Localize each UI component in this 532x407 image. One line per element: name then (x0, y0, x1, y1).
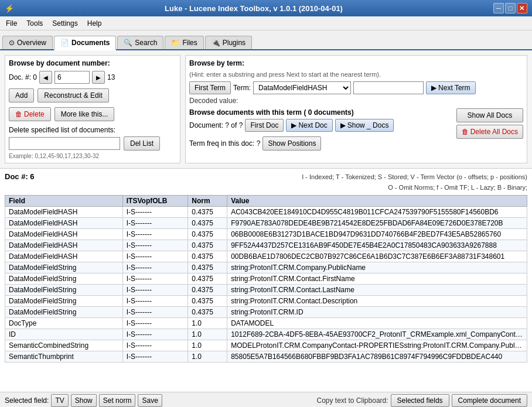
close-button[interactable]: ✕ (517, 3, 527, 13)
tab-files[interactable]: 📁 Files (165, 36, 203, 49)
table-row[interactable]: SemanticCombinedStringI-S-------1.0MODEL… (5, 340, 527, 351)
table-row[interactable]: DataModelFieldStringI-S-------0.4375stri… (5, 296, 527, 307)
term-freq-label: Term freq in this doc: ? (189, 139, 260, 148)
table-row[interactable]: DataModelFieldHASHI-S-------0.4375AC043C… (5, 207, 527, 218)
table-cell-2: 0.4375 (188, 262, 227, 273)
menu-bar: File Tools Settings Help (0, 16, 532, 30)
tab-search[interactable]: 🔍 Search (117, 36, 163, 49)
delete-list-input[interactable] (9, 137, 120, 150)
title-bar: ⚡ Luke - Lucene Index Toolbox, v 1.0.1 (… (0, 0, 532, 16)
doc-nav-row: Document: ? of ? First Doc ▶ Next Doc ▶ … (189, 119, 456, 132)
table-row[interactable]: DataModelFieldStringI-S-------0.4375stri… (5, 273, 527, 285)
table-cell-0: DataModelFieldHASH (5, 229, 123, 240)
plugins-icon: 🔌 (212, 39, 220, 47)
show-docs-button[interactable]: ▶ Show _ Docs (335, 119, 394, 132)
menu-file[interactable]: File (2, 18, 21, 29)
table-cell-3: DATAMODEL (227, 318, 527, 329)
maximize-button[interactable]: □ (505, 3, 516, 13)
doc-number-input[interactable] (54, 71, 90, 84)
table-cell-0: DataModelFieldHASH (5, 207, 123, 218)
show-delete-btns: Show All Docs 🗑 Delete All Docs (456, 108, 523, 139)
selected-fields-button[interactable]: Selected fields (391, 394, 449, 407)
table-row[interactable]: DataModelFieldHASHI-S-------0.4375F9790A… (5, 218, 527, 229)
first-term-button[interactable]: First Term (189, 81, 231, 94)
more-like-button[interactable]: More like this... (54, 107, 115, 121)
save-button[interactable]: Save (138, 394, 162, 407)
show-all-docs-button[interactable]: Show All Docs (456, 108, 523, 122)
show-positions-button[interactable]: Show Positions (262, 136, 321, 151)
tab-documents[interactable]: 📄 Documents (54, 36, 116, 50)
first-doc-button[interactable]: First Doc (245, 119, 284, 132)
table-cell-1: I-S------- (122, 251, 187, 262)
menu-settings[interactable]: Settings (49, 18, 81, 29)
next-doc-button[interactable]: ▶ Next Doc (286, 119, 332, 132)
decoded-row: Decoded value: (189, 97, 523, 105)
table-cell-3: string:ProtonIT.CRM.ID (227, 307, 527, 318)
table-row[interactable]: DataModelFieldHASHI-S-------0.437500DB6B… (5, 251, 527, 262)
browse-term-title: Browse by term: (189, 59, 523, 67)
table-cell-0: SemanticThumbprint (5, 351, 123, 362)
menu-help[interactable]: Help (84, 18, 105, 29)
search-icon: 🔍 (124, 39, 132, 47)
table-cell-0: DataModelFieldString (5, 285, 123, 296)
document-label: Document: ? of ? (189, 121, 243, 129)
table-row[interactable]: DataModelFieldStringI-S-------0.4375stri… (5, 285, 527, 296)
table-row[interactable]: IDI-S-------1.01012F689-2CBA-4DF5-8EBA-4… (5, 329, 527, 340)
col-flags: ITSVopfOLB (122, 196, 187, 207)
table-cell-0: DataModelFieldHASH (5, 218, 123, 229)
reconstruct-button[interactable]: Reconstruct & Edit (37, 88, 108, 102)
table-cell-3: MODELProtonIT.CRM.CompanyContact-PROPERT… (227, 340, 527, 351)
doc-table-area: Doc #: 6 I - Indexed; T - Tokenized; S -… (0, 169, 532, 392)
del-list-button[interactable]: Del List (124, 136, 160, 151)
menu-tools[interactable]: Tools (23, 18, 46, 29)
table-cell-1: I-S------- (122, 296, 187, 307)
table-cell-3: F9790AE783A078DEDE4BE9B7214542E8DE25FBDA… (227, 218, 527, 229)
doc-prev-button[interactable]: ◀ (39, 71, 52, 84)
table-cell-0: DataModelFieldString (5, 262, 123, 273)
term-row: First Term Term: DataModelFieldHASH Data… (189, 81, 523, 94)
tv-button[interactable]: TV (51, 394, 68, 407)
tab-overview[interactable]: ⊙ Overview (2, 36, 53, 49)
doc-header: Doc #: 6 I - Indexed; T - Tokenized; S -… (5, 172, 527, 193)
table-row[interactable]: DataModelFieldHASHI-S-------0.43759FF52A… (5, 240, 527, 251)
table-cell-2: 0.4375 (188, 285, 227, 296)
add-button[interactable]: Add (9, 88, 34, 102)
browse-docs-left: Browse documents with this term ( 0 docu… (189, 108, 456, 151)
table-row[interactable]: DataModelFieldStringI-S-------0.4375stri… (5, 307, 527, 318)
table-cell-1: I-S------- (122, 229, 187, 240)
doc-next-button[interactable]: ▶ (92, 71, 105, 84)
tabs-bar: ⊙ Overview 📄 Documents 🔍 Search 📁 Files … (0, 30, 532, 50)
table-cell-2: 0.4375 (188, 207, 227, 218)
col-value: Value (227, 196, 527, 207)
table-row[interactable]: DataModelFieldHASHI-S-------0.437506BB00… (5, 229, 527, 240)
next-doc-arrow-icon: ▶ (291, 121, 296, 129)
delete-button[interactable]: 🗑 Delete (9, 107, 51, 121)
term-filter-input[interactable] (353, 81, 424, 94)
col-field: Field (5, 196, 123, 207)
complete-doc-button[interactable]: Complete document (452, 394, 527, 407)
table-row[interactable]: SemanticThumbprintI-S-------1.085805E5A7… (5, 351, 527, 362)
table-row[interactable]: DocTypeI-S-------1.0DATAMODEL (5, 318, 527, 329)
next-term-button[interactable]: ▶ Next Term (426, 81, 475, 94)
delete-all-docs-button[interactable]: 🗑 Delete All Docs (456, 125, 523, 139)
tab-plugins[interactable]: 🔌 Plugins (205, 36, 252, 49)
next-term-arrow-icon: ▶ (431, 84, 436, 92)
top-panels: Browse by document number: Doc. #: 0 ◀ ▶… (0, 50, 532, 169)
table-cell-0: DataModelFieldString (5, 307, 123, 318)
table-cell-3: string:ProtonIT.CRM.Contact.Description (227, 296, 527, 307)
set-norm-button[interactable]: Set norm (99, 394, 136, 407)
overview-icon: ⊙ (9, 39, 15, 47)
term-freq-row: Term freq in this doc: ? Show Positions (189, 134, 456, 151)
term-select[interactable]: DataModelFieldHASH DataModelFieldString … (253, 81, 351, 94)
del-list-example: Example: 0,12,45-90,17,123,30-32 (9, 153, 176, 159)
table-row[interactable]: DataModelFieldStringI-S-------0.4375stri… (5, 262, 527, 273)
show-button[interactable]: Show (71, 394, 97, 407)
window-title: Luke - Lucene Index Toolbox, v 1.0.1 (20… (165, 4, 343, 13)
title-icon: ⚡ (5, 4, 14, 13)
minimize-button[interactable]: ─ (493, 3, 504, 13)
term-label: Term: (233, 84, 251, 92)
table-cell-2: 0.4375 (188, 218, 227, 229)
table-cell-0: DataModelFieldHASH (5, 240, 123, 251)
table-cell-2: 1.0 (188, 318, 227, 329)
status-left: Selected field: TV Show Set norm Save (5, 394, 162, 407)
